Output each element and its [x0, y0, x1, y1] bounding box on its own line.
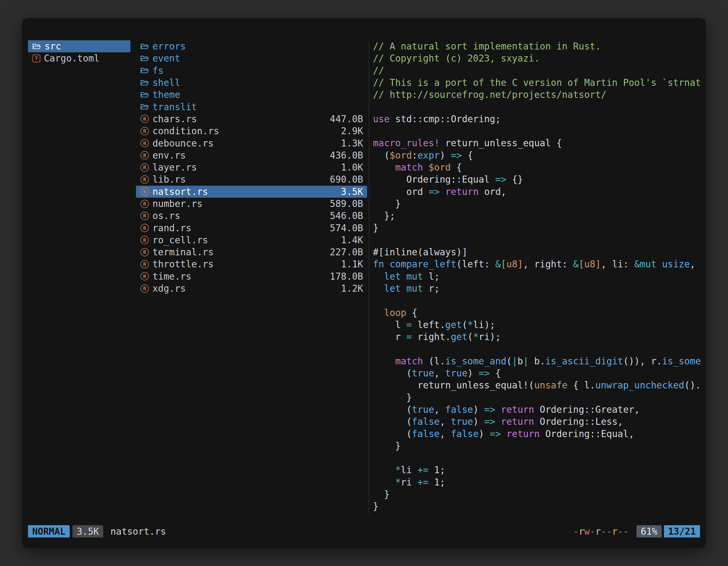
current-filename: natsort.rs: [111, 526, 166, 537]
code-line: #[inline(always)]: [373, 246, 701, 258]
current-directory-pane: errorseventfsshellthemetranslitRchars.rs…: [136, 40, 367, 294]
folder-entry[interactable]: src: [28, 40, 130, 52]
file-entry[interactable]: Rcondition.rs2.9K: [136, 125, 367, 137]
rust-icon: R: [140, 248, 149, 257]
code-line: (false, false) => return Ordering::Equal…: [373, 428, 701, 440]
rust-icon: R: [140, 284, 149, 293]
folder-open-icon: [140, 67, 149, 74]
rust-icon: R: [140, 151, 149, 159]
rust-icon: R: [140, 272, 149, 281]
entry-name: rand.rs: [152, 223, 191, 234]
rust-icon: R: [140, 236, 149, 244]
code-line: // Copyright (c) 2023, sxyazi.: [373, 52, 701, 64]
status-bar-right: -rw-r--r-- 61% 13/21: [573, 525, 700, 537]
code-line: ($ord:expr) => {: [373, 149, 701, 161]
file-entry[interactable]: Rxdg.rs1.2K: [136, 283, 367, 294]
code-line: fn compare_left(left: &[u8], right: &[u8…: [373, 258, 701, 270]
code-line: }: [373, 440, 701, 452]
mode-indicator: NORMAL: [28, 525, 70, 537]
code-line: }: [373, 500, 701, 512]
entry-size: 436.0B: [330, 150, 363, 161]
code-line: match $ord {: [373, 161, 701, 173]
rust-icon: R: [140, 115, 149, 123]
entry-size: 447.0B: [330, 114, 363, 125]
code-line: let mut r;: [373, 283, 701, 294]
entry-name: natsort.rs: [152, 186, 208, 197]
code-line: (true, true) => {: [373, 367, 701, 379]
file-entry[interactable]: Ros.rs546.0B: [136, 210, 367, 222]
folder-open-icon: [140, 79, 149, 86]
cursor-position-indicator: 13/21: [664, 525, 700, 537]
entry-name: translit: [152, 102, 197, 112]
code-line: [373, 125, 701, 137]
code-line: }: [373, 222, 701, 234]
panes-container: srcTCargo.toml errorseventfsshellthemetr…: [28, 40, 701, 514]
entry-name: debounce.rs: [152, 138, 214, 149]
entry-size: 178.0B: [330, 271, 363, 282]
entry-name: fs: [152, 65, 164, 76]
code-line: }: [373, 488, 701, 500]
entry-size: 1.3K: [341, 138, 363, 149]
folder-entry[interactable]: errors: [136, 40, 367, 52]
file-entry[interactable]: Rthrottle.rs1.1K: [136, 258, 367, 270]
file-entry[interactable]: TCargo.toml: [28, 52, 130, 64]
folder-entry[interactable]: translit: [136, 101, 367, 113]
file-entry[interactable]: Rnatsort.rs3.5K: [136, 186, 367, 198]
entry-size: 1.0K: [341, 162, 363, 173]
file-entry[interactable]: Rtime.rs178.0B: [136, 271, 367, 283]
file-entry[interactable]: Rnumber.rs589.0B: [136, 198, 367, 210]
entry-size: 1.1K: [341, 259, 363, 270]
entry-name: errors: [152, 41, 186, 52]
rust-icon: R: [140, 139, 149, 147]
entry-name: theme: [152, 89, 180, 100]
code-line: l = left.get(*li);: [373, 319, 701, 331]
entry-name: chars.rs: [152, 114, 197, 125]
code-line: }: [373, 391, 701, 403]
file-entry[interactable]: Rlib.rs690.0B: [136, 173, 367, 186]
file-entry[interactable]: Rterminal.rs227.0B: [136, 246, 367, 258]
code-line: (true, false) => return Ordering::Greate…: [373, 403, 701, 415]
toml-icon: T: [32, 55, 40, 62]
folder-entry[interactable]: fs: [136, 65, 367, 77]
entry-size: 2.9K: [341, 126, 363, 137]
folder-entry[interactable]: shell: [136, 77, 367, 89]
code-line: macro_rules! return_unless_equal {: [373, 137, 701, 149]
entry-name: layer.rs: [152, 162, 197, 173]
entry-size: 227.0B: [330, 247, 363, 258]
code-line: [373, 452, 701, 464]
entry-name: condition.rs: [152, 126, 219, 137]
folder-entry[interactable]: event: [136, 52, 367, 64]
folder-open-icon: [140, 43, 149, 50]
rust-icon: R: [140, 127, 149, 135]
code-line: ord => return ord,: [373, 186, 701, 198]
entry-size: 589.0B: [330, 198, 363, 209]
code-line: [373, 101, 701, 113]
file-entry[interactable]: Rro_cell.rs1.4K: [136, 234, 367, 246]
file-entry[interactable]: Rdebounce.rs1.3K: [136, 137, 367, 149]
entry-size: 1.4K: [341, 235, 363, 246]
code-line: *li += 1;: [373, 464, 701, 476]
entry-name: ro_cell.rs: [152, 235, 208, 246]
code-line: match (l.is_some_and(|b| b.is_ascii_digi…: [373, 355, 701, 367]
file-preview-pane: // A natural sort implementation in Rust…: [369, 40, 701, 514]
status-bar: NORMAL 3.5K natsort.rs -rw-r--r-- 61% 13…: [28, 525, 700, 537]
entry-name: Cargo.toml: [44, 53, 100, 64]
file-size-indicator: 3.5K: [72, 525, 103, 537]
code-line: Ordering::Equal => {}: [373, 173, 701, 186]
folder-open-icon: [32, 43, 41, 50]
code-line: use std::cmp::Ordering;: [373, 113, 701, 125]
file-entry[interactable]: Rrand.rs574.0B: [136, 222, 367, 234]
entry-size: 690.0B: [330, 174, 363, 185]
folder-entry[interactable]: theme: [136, 89, 367, 101]
rust-icon: R: [140, 260, 149, 269]
entry-name: number.rs: [152, 198, 203, 209]
file-entry[interactable]: Rchars.rs447.0B: [136, 113, 367, 125]
entry-name: env.rs: [152, 150, 186, 161]
code-line: [373, 234, 701, 246]
entry-name: throttle.rs: [152, 259, 214, 270]
code-line: *ri += 1;: [373, 476, 701, 488]
entry-size: 546.0B: [330, 210, 363, 221]
file-entry[interactable]: Rlayer.rs1.0K: [136, 161, 367, 173]
code-line: };: [373, 210, 701, 222]
file-entry[interactable]: Renv.rs436.0B: [136, 149, 367, 161]
